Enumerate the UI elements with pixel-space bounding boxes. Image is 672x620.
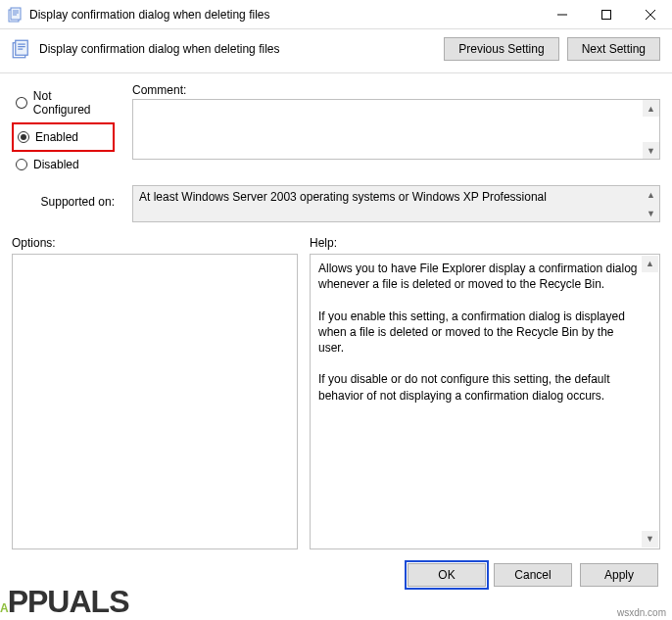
previous-setting-button[interactable]: Previous Setting <box>444 37 558 61</box>
supported-on-label: Supported on: <box>41 195 115 209</box>
supported-on-box: At least Windows Server 2003 operating s… <box>132 185 660 222</box>
policy-icon <box>8 7 24 23</box>
help-paragraph: If you disable or do not configure this … <box>318 371 638 403</box>
supported-on-text: At least Windows Server 2003 operating s… <box>139 190 547 204</box>
scroll-down-icon[interactable]: ▼ <box>642 531 658 548</box>
radio-label: Enabled <box>35 130 78 144</box>
close-button[interactable] <box>628 0 672 28</box>
help-paragraph: If you enable this setting, a confirmati… <box>318 309 638 357</box>
watermark: wsxdn.com <box>617 607 666 618</box>
apply-button[interactable]: Apply <box>580 563 658 587</box>
radio-label: Not Configured <box>33 89 111 117</box>
cancel-button[interactable]: Cancel <box>494 563 572 587</box>
svg-rect-2 <box>601 10 610 19</box>
svg-rect-4 <box>16 40 28 55</box>
comment-textarea[interactable]: ▲ ▼ <box>132 99 660 160</box>
help-label: Help: <box>310 236 337 250</box>
radio-enabled[interactable]: Enabled <box>12 122 115 152</box>
policy-name: Display confirmation dialog when deletin… <box>39 42 444 56</box>
help-paragraph: Allows you to have File Explorer display… <box>318 261 638 292</box>
svg-rect-1 <box>11 8 21 20</box>
ok-button[interactable]: OK <box>408 563 486 587</box>
policy-icon <box>12 39 31 59</box>
scroll-up-icon[interactable]: ▲ <box>643 100 659 117</box>
radio-not-configured[interactable]: Not Configured <box>12 83 115 122</box>
header: Display confirmation dialog when deletin… <box>0 29 672 73</box>
window-title: Display confirmation dialog when deletin… <box>29 8 540 22</box>
scroll-down-icon[interactable]: ▼ <box>643 142 659 159</box>
radio-label: Disabled <box>33 158 79 171</box>
options-panel <box>12 254 298 549</box>
scroll-up-icon[interactable]: ▲ <box>643 186 659 203</box>
window-controls <box>540 0 672 28</box>
minimize-button[interactable] <box>540 0 584 28</box>
state-group: Not Configured Enabled Disabled <box>12 83 115 177</box>
maximize-button[interactable] <box>584 0 628 28</box>
scroll-down-icon[interactable]: ▼ <box>643 205 659 221</box>
next-setting-button[interactable]: Next Setting <box>567 37 660 61</box>
help-panel: Allows you to have File Explorer display… <box>310 254 660 549</box>
comment-label: Comment: <box>132 83 186 97</box>
titlebar: Display confirmation dialog when deletin… <box>0 0 672 29</box>
radio-disabled[interactable]: Disabled <box>12 152 115 177</box>
scroll-up-icon[interactable]: ▲ <box>642 256 658 272</box>
options-label: Options: <box>12 236 56 250</box>
footer: OK Cancel Apply <box>0 549 672 598</box>
